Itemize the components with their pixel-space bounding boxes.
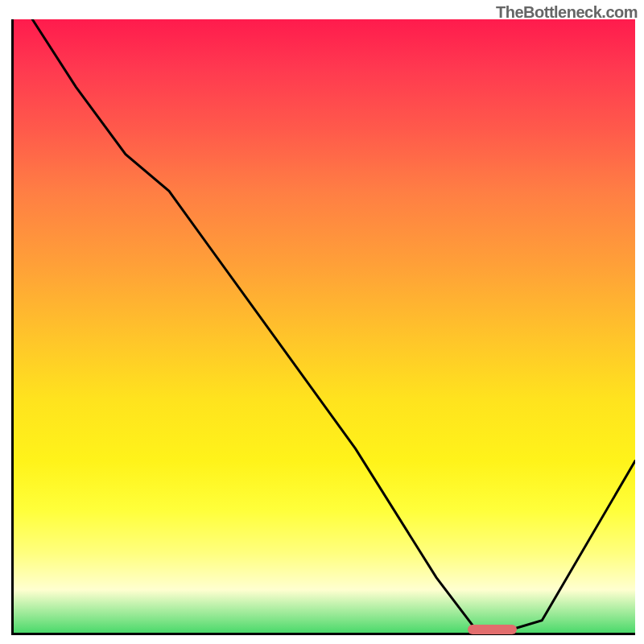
- gradient-background: [14, 19, 635, 633]
- optimal-marker: [468, 625, 518, 634]
- watermark-text: TheBottleneck.com: [496, 3, 638, 22]
- plot-area: [11, 19, 635, 635]
